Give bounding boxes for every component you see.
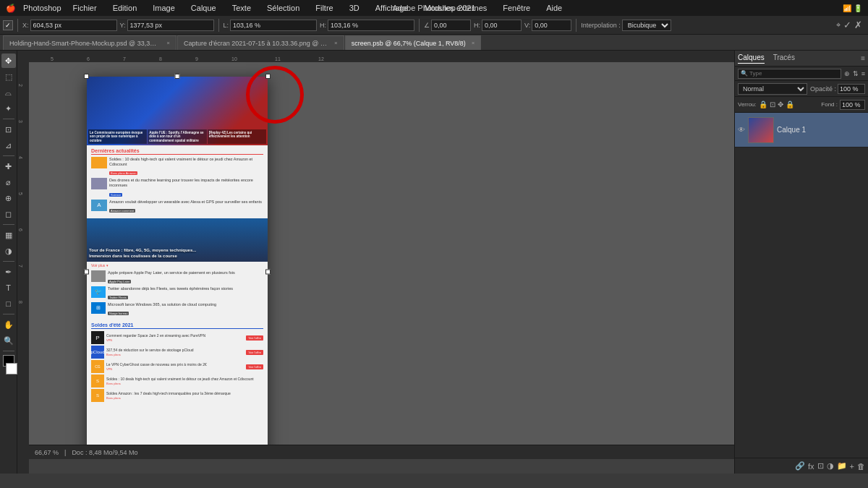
text-tool[interactable]: T bbox=[1, 281, 16, 295]
layer-sort-icon[interactable]: ⇅ bbox=[853, 70, 859, 77]
search-layers-input[interactable] bbox=[738, 69, 841, 79]
opacity-input[interactable] bbox=[838, 84, 865, 94]
ruler-tick-h-8: 12 bbox=[318, 56, 324, 61]
layer-delete-button[interactable]: 🗑 bbox=[857, 462, 865, 471]
y-input[interactable] bbox=[127, 20, 214, 31]
layer-link-button[interactable]: 🔗 bbox=[795, 461, 805, 471]
layer-options-icon[interactable]: ≡ bbox=[861, 70, 865, 77]
blend-mode-select[interactable]: Normal bbox=[738, 83, 807, 95]
tab-2[interactable]: screen.psb @ 66,7% (Calque 1, RV8/8) × bbox=[345, 35, 482, 50]
h2-input[interactable] bbox=[482, 20, 522, 31]
layer-new-button[interactable]: + bbox=[850, 462, 854, 471]
lasso-tool[interactable]: ⌓ bbox=[1, 85, 16, 100]
lock-transparent-icon[interactable]: 🔒 bbox=[759, 100, 767, 108]
tool-sep-1 bbox=[3, 119, 14, 119]
doc-sales-title: Soldes d'été 2021 bbox=[91, 322, 263, 329]
handle-tr[interactable] bbox=[265, 74, 271, 79]
ps-app-name[interactable]: Photoshop bbox=[23, 4, 61, 12]
tab-1[interactable]: Capture d'écran 2021-07-15 à 10.33.36.pn… bbox=[177, 35, 344, 50]
stamp-tool[interactable]: ⊕ bbox=[1, 191, 16, 205]
interp-label: Interpolation : bbox=[581, 22, 621, 29]
interp-select[interactable]: Bicubique bbox=[622, 20, 671, 31]
lock-all-icon[interactable]: 🔒 bbox=[786, 100, 794, 108]
layer-group-button[interactable]: 📁 bbox=[837, 461, 847, 471]
tab-calques[interactable]: Calques bbox=[738, 53, 765, 64]
eyedropper-tool[interactable]: ⊿ bbox=[1, 138, 16, 153]
menu-aide[interactable]: Aide bbox=[542, 2, 566, 14]
layer-name-1[interactable]: Calque 1 bbox=[777, 126, 865, 134]
doc-news-badge-1: Bons plans Amazon bbox=[109, 171, 137, 175]
zoom-tool[interactable]: 🔍 bbox=[1, 333, 16, 348]
doc-tech-item-2: 🐦 Twitter abandonne déjà les Fleets, ses… bbox=[91, 286, 263, 300]
angle-icon: ∠ bbox=[424, 22, 430, 29]
h2-label: H: bbox=[474, 22, 480, 29]
gradient-tool[interactable]: ▦ bbox=[1, 228, 16, 242]
doc-size: Doc : 8,48 Mo/9,54 Mo bbox=[72, 449, 137, 456]
doc-tech-item-3: ⊞ Microsoft lance Windows 365, sa soluti… bbox=[91, 302, 263, 316]
menu-filtre[interactable]: Filtre bbox=[311, 2, 337, 14]
h-input[interactable] bbox=[328, 20, 414, 31]
tab-0-close[interactable]: × bbox=[166, 40, 170, 46]
v-input[interactable] bbox=[532, 20, 571, 31]
os-icons: 📶 🔋 bbox=[843, 4, 862, 12]
layers-list[interactable]: 👁 Calque 1 bbox=[735, 113, 868, 458]
menu-3d[interactable]: 3D bbox=[345, 2, 364, 14]
x-input[interactable] bbox=[30, 20, 117, 31]
ruler-tick-v-2: 3 bbox=[18, 120, 23, 123]
menu-fenetre[interactable]: Fenêtre bbox=[498, 2, 535, 14]
cancel-icon[interactable]: ✗ bbox=[854, 20, 862, 30]
work-area[interactable]: Le Commissaire européen évoque son proje… bbox=[29, 62, 734, 459]
doc-sale-text-2: 327,54 de réduction sur le service de st… bbox=[106, 348, 244, 357]
doc-news-item-2: Des drones et du machine learning pour t… bbox=[91, 178, 263, 197]
apple-menu-icon[interactable]: 🍎 bbox=[6, 4, 16, 13]
ruler-tick-v-4: 5 bbox=[18, 192, 23, 195]
doc-feature: Tour de France : fibre, 4G, 5G, moyens t… bbox=[87, 218, 268, 262]
angle-group: ∠ bbox=[424, 20, 471, 31]
menu-fichier[interactable]: Fichier bbox=[69, 2, 101, 14]
panel-menu-icon[interactable]: ≡ bbox=[861, 54, 865, 62]
crop-tool[interactable]: ⊡ bbox=[1, 122, 16, 137]
canvas-area[interactable]: 5 6 7 8 9 10 11 12 2 3 4 5 6 7 8 bbox=[17, 51, 734, 474]
heal-tool[interactable]: ✚ bbox=[1, 159, 16, 174]
fill-input[interactable] bbox=[840, 100, 865, 110]
selection-tool[interactable]: ⬚ bbox=[1, 69, 16, 84]
handle-tm[interactable] bbox=[175, 74, 180, 79]
pen-tool[interactable]: ✒ bbox=[1, 265, 16, 279]
menu-image[interactable]: Image bbox=[148, 2, 179, 14]
tab-2-close[interactable]: × bbox=[472, 40, 475, 46]
status-bar: 66,67 % | Doc : 8,48 Mo/9,54 Mo bbox=[29, 445, 734, 459]
tab-0[interactable]: Holding-Hand-Smart-Phone-Mockup.psd @ 33… bbox=[3, 35, 176, 50]
layer-filter-icon[interactable]: ⊕ bbox=[844, 70, 850, 77]
handle-mr[interactable] bbox=[265, 270, 271, 275]
magic-wand-tool[interactable]: ✦ bbox=[1, 101, 16, 116]
menu-selection[interactable]: Sélection bbox=[263, 2, 304, 14]
handle-tl[interactable] bbox=[84, 74, 89, 79]
menu-edition[interactable]: Edition bbox=[109, 2, 142, 14]
angle-input[interactable] bbox=[431, 20, 471, 31]
shape-tool[interactable]: □ bbox=[1, 296, 16, 311]
lock-position-icon[interactable]: ✥ bbox=[778, 100, 783, 108]
handle-ml[interactable] bbox=[84, 270, 89, 275]
tab-traces[interactable]: Tracés bbox=[773, 53, 795, 63]
commit-icon[interactable]: ✓ bbox=[843, 20, 851, 30]
lock-image-icon[interactable]: ⊡ bbox=[770, 100, 775, 108]
layer-adjustment-button[interactable]: ◑ bbox=[827, 461, 834, 471]
layer-visibility-toggle[interactable]: 👁 bbox=[738, 126, 745, 134]
move-tool[interactable]: ✥ bbox=[1, 53, 16, 68]
tab-1-close[interactable]: × bbox=[334, 40, 338, 46]
brush-tool[interactable]: ⌀ bbox=[1, 175, 16, 189]
hand-tool[interactable]: ✋ bbox=[1, 317, 16, 332]
menu-texte[interactable]: Texte bbox=[228, 2, 255, 14]
warp-icon[interactable]: ⌖ bbox=[836, 20, 841, 30]
layer-mask-button[interactable]: ⊡ bbox=[817, 461, 824, 471]
eraser-tool[interactable]: ◻ bbox=[1, 207, 16, 221]
layer-item-1[interactable]: 👁 Calque 1 bbox=[735, 113, 868, 147]
toolbar-toggle[interactable]: ✓ bbox=[3, 20, 13, 30]
layer-fx-button[interactable]: fx bbox=[808, 462, 814, 471]
menu-calque[interactable]: Calque bbox=[187, 2, 221, 14]
l-input[interactable] bbox=[230, 20, 317, 31]
doc-readmore: Voir plus ▾ bbox=[87, 262, 268, 269]
dodge-tool[interactable]: ◑ bbox=[1, 244, 16, 258]
tool-sep-5 bbox=[3, 314, 14, 314]
background-color[interactable] bbox=[6, 363, 17, 374]
